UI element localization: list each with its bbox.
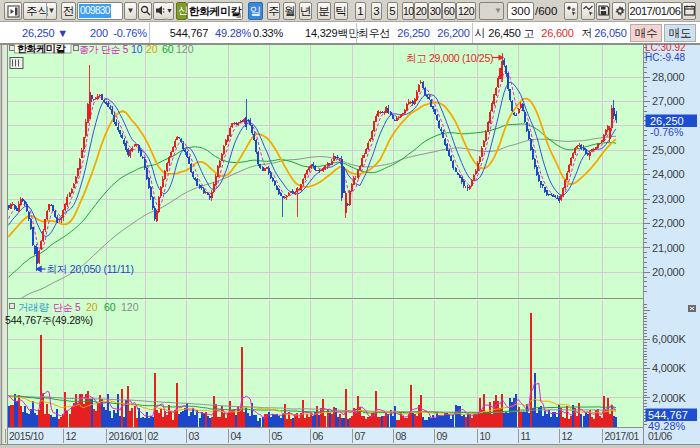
svg-text:23,000: 23,000 — [652, 193, 685, 205]
svg-text:07: 07 — [355, 431, 366, 442]
svg-text:22,000: 22,000 — [652, 217, 685, 229]
svg-text:02: 02 — [148, 431, 159, 442]
svg-text:2017/01: 2017/01 — [605, 431, 640, 442]
svg-text:HC:-9.48: HC:-9.48 — [645, 52, 685, 63]
svg-text:12: 12 — [66, 431, 77, 442]
svg-text:09: 09 — [437, 431, 448, 442]
svg-text:2016/01: 2016/01 — [109, 431, 144, 442]
svg-text:03: 03 — [189, 431, 200, 442]
svg-text:60: 60 — [104, 301, 116, 313]
svg-text:6,000K: 6,000K — [652, 333, 687, 345]
svg-text:05: 05 — [272, 431, 283, 442]
svg-text:12: 12 — [562, 431, 573, 442]
svg-text:-0.76%: -0.76% — [650, 126, 683, 138]
svg-text:거래량: 거래량 — [18, 301, 49, 313]
svg-text:2,000K: 2,000K — [652, 392, 687, 404]
svg-text:20,000: 20,000 — [652, 266, 685, 278]
svg-text:49.28%: 49.28% — [648, 420, 686, 432]
svg-text:20: 20 — [146, 43, 158, 55]
svg-text:120: 120 — [121, 301, 139, 313]
svg-text:06: 06 — [313, 431, 324, 442]
svg-text:최고 29,000 (10/25): 최고 29,000 (10/25) — [406, 52, 493, 64]
svg-text:4,000K: 4,000K — [652, 362, 687, 374]
svg-text:27,000: 27,000 — [652, 95, 685, 107]
svg-text:25,000: 25,000 — [652, 144, 685, 156]
svg-text:한화케미칼: 한화케미칼 — [17, 43, 66, 54]
svg-text:04: 04 — [231, 431, 242, 442]
svg-text:10: 10 — [480, 431, 491, 442]
svg-text:최저 20,050 (11/11): 최저 20,050 (11/11) — [47, 263, 134, 275]
svg-text:24,000: 24,000 — [652, 168, 685, 180]
svg-text:단순 5: 단순 5 — [53, 302, 81, 313]
svg-text:01/06: 01/06 — [648, 431, 672, 442]
svg-text:28,000: 28,000 — [652, 71, 685, 83]
svg-text:종가 단순 5: 종가 단순 5 — [79, 44, 129, 55]
svg-text:544,767주(49.28%): 544,767주(49.28%) — [5, 314, 93, 326]
svg-text:08: 08 — [396, 431, 407, 442]
svg-text:2015/10: 2015/10 — [9, 431, 44, 442]
svg-text:11: 11 — [521, 431, 532, 442]
svg-text:20: 20 — [86, 301, 98, 313]
svg-text:21,000: 21,000 — [652, 242, 685, 254]
svg-text:60: 60 — [162, 43, 174, 55]
svg-text:10: 10 — [131, 43, 143, 55]
svg-text:120: 120 — [176, 43, 194, 55]
